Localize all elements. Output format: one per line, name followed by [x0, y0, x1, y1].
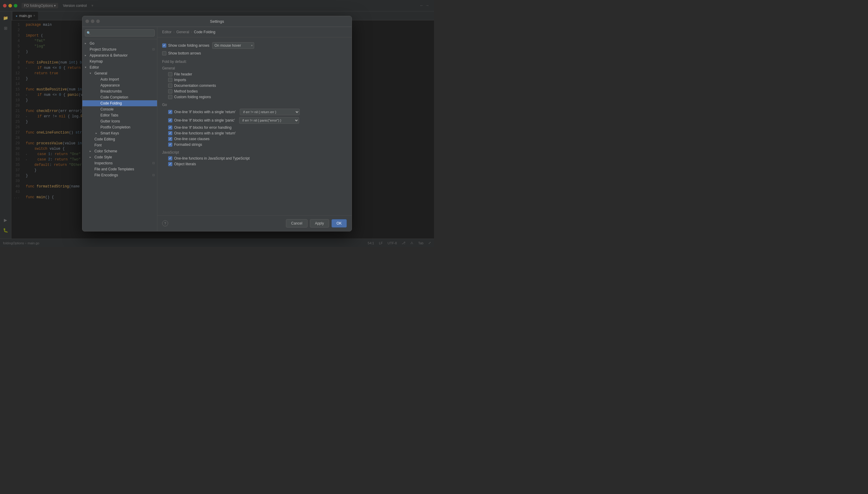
tree-label-font: Font	[94, 143, 102, 147]
mouse-hover-dropdown[interactable]: Always On mouse hover Never	[212, 42, 254, 49]
mouse-hover-dropdown-wrapper: Always On mouse hover Never ▾	[212, 42, 254, 49]
if-return-dropdown[interactable]: if err != nil { return err }	[240, 109, 300, 115]
tree-label-smart-keys: Smart Keys	[101, 131, 119, 135]
fold-item-if-return: One-line 'if' blocks with a single 'retu…	[168, 109, 347, 115]
tree-arrow-ab	[85, 54, 90, 57]
tree-item-inspections[interactable]: Inspections ⊡	[83, 160, 157, 166]
show-code-folding-checkbox[interactable]	[162, 43, 166, 48]
tree-label-general: General	[94, 71, 107, 75]
tree-item-code-style[interactable]: Code Style	[83, 154, 157, 160]
object-literals-checkbox[interactable]	[168, 162, 172, 166]
tree-item-general[interactable]: General	[83, 70, 157, 76]
footer-right: Cancel Apply OK	[286, 219, 347, 228]
if-panic-checkbox[interactable]	[168, 118, 172, 122]
tree-item-go[interactable]: Go	[83, 40, 157, 46]
tree-item-gutter-icons[interactable]: Gutter Icons	[83, 118, 157, 124]
formatted-strings-checkbox[interactable]	[168, 142, 172, 147]
general-fold-items: File header Imports Documentation commen…	[162, 72, 347, 99]
ok-button[interactable]: OK	[331, 219, 347, 228]
settings-breadcrumb: Editor › General › Code Folding ← →	[157, 27, 351, 37]
tree-label-console: Console	[101, 107, 114, 111]
tree-label-code-editing: Code Editing	[94, 137, 115, 141]
breadcrumb-part3: Code Folding	[194, 30, 215, 34]
tree-item-code-completion[interactable]: Code Completion	[83, 94, 157, 100]
tree-item-console[interactable]: Console	[83, 106, 157, 112]
tree-arrow-sk	[96, 131, 101, 135]
tree-item-smart-keys[interactable]: Smart Keys	[83, 130, 157, 136]
custom-folding-checkbox[interactable]	[168, 95, 172, 99]
search-input[interactable]	[85, 29, 155, 37]
tree-item-postfix-completion[interactable]: Postfix Completion	[83, 124, 157, 130]
tree-item-auto-import[interactable]: Auto Import	[83, 76, 157, 82]
file-header-label: File header	[174, 72, 192, 76]
tree-label-gutter-icons: Gutter Icons	[101, 119, 120, 124]
imports-checkbox[interactable]	[168, 78, 172, 82]
fold-item-formatted-strings: Formatted strings	[168, 142, 347, 147]
footer-left: ?	[162, 220, 168, 226]
dialog-traffic-lights	[86, 19, 100, 23]
one-line-return-checkbox[interactable]	[168, 131, 172, 135]
fold-item-file-header: File header	[168, 72, 347, 76]
file-header-checkbox[interactable]	[168, 72, 172, 76]
show-bottom-arrows-checkbox[interactable]	[162, 51, 166, 55]
tree-item-color-scheme[interactable]: Color Scheme	[83, 148, 157, 154]
javascript-fold-section: JavaScript One-line functions in JavaScr…	[162, 150, 347, 166]
tree-item-breadcrumbs[interactable]: Breadcrumbs	[83, 88, 157, 94]
if-panic-dropdown[interactable]: if err != nil { panic("error") }	[239, 117, 299, 124]
show-code-folding-row: Show code folding arrows Always On mouse…	[162, 42, 347, 49]
doc-comments-checkbox[interactable]	[168, 83, 172, 88]
inspections-external-icon: ⊡	[152, 162, 155, 165]
if-return-label: One-line 'if' blocks with a single 'retu…	[174, 110, 236, 114]
js-functions-label: One-line functions in JavaScript and Typ…	[174, 156, 250, 160]
custom-folding-label: Custom folding regions	[174, 95, 211, 99]
cancel-button[interactable]: Cancel	[286, 219, 307, 228]
fold-item-error-handling: One-line 'if' blocks for error handling	[168, 126, 347, 130]
tree-label-auto-import: Auto Import	[101, 77, 119, 81]
error-handling-checkbox[interactable]	[168, 126, 172, 130]
tree-item-project-structure[interactable]: Project Structure ⊡	[83, 46, 157, 52]
case-clauses-checkbox[interactable]	[168, 137, 172, 141]
dialog-footer: ? Cancel Apply OK	[157, 215, 351, 231]
method-bodies-checkbox[interactable]	[168, 89, 172, 93]
fold-item-one-line-return: One-line functions with a single 'return…	[168, 131, 347, 135]
dialog-maximize[interactable]	[96, 19, 100, 23]
tree-label-color-scheme: Color Scheme	[94, 149, 117, 153]
dialog-close[interactable]	[86, 19, 89, 23]
case-clauses-label: One-line case clauses	[174, 137, 210, 141]
formatted-strings-label: Formatted strings	[174, 142, 202, 147]
external-link-icon: ⊡	[152, 48, 155, 51]
js-functions-checkbox[interactable]	[168, 156, 172, 160]
breadcrumb-part2: General	[176, 30, 189, 34]
tree-label-inspections: Inspections	[94, 161, 113, 165]
tree-item-keymap[interactable]: Keymap	[83, 58, 157, 64]
if-return-checkbox[interactable]	[168, 110, 172, 114]
tree-arrow-cstyle	[90, 155, 94, 159]
tree-item-appearance-behavior[interactable]: Appearance & Behavior	[83, 52, 157, 58]
go-fold-items: One-line 'if' blocks with a single 'retu…	[162, 109, 347, 147]
tree-label-code-completion: Code Completion	[101, 95, 128, 99]
tree-item-editor-tabs[interactable]: Editor Tabs	[83, 112, 157, 118]
search-icon: 🔍	[87, 31, 91, 35]
tree-arrow-go	[85, 42, 90, 45]
tree-item-file-encodings[interactable]: File Encodings ⊡	[83, 172, 157, 178]
settings-content: Show code folding arrows Always On mouse…	[157, 37, 351, 215]
javascript-fold-items: One-line functions in JavaScript and Typ…	[162, 156, 347, 166]
tree-item-file-code-templates[interactable]: File and Code Templates	[83, 166, 157, 172]
tree-item-appearance[interactable]: Appearance	[83, 82, 157, 88]
help-icon[interactable]: ?	[162, 220, 168, 226]
tree-item-code-editing[interactable]: Code Editing	[83, 136, 157, 142]
one-line-return-label: One-line functions with a single 'return…	[174, 131, 236, 135]
tree-item-code-folding[interactable]: Code Folding	[83, 100, 157, 106]
settings-right-panel: Editor › General › Code Folding ← →	[157, 27, 351, 231]
fold-item-case-clauses: One-line case clauses	[168, 137, 347, 141]
tree-item-editor[interactable]: Editor	[83, 64, 157, 70]
tree-item-font[interactable]: Font	[83, 142, 157, 148]
show-code-folding-label: Show code folding arrows	[168, 43, 209, 48]
imports-label: Imports	[174, 78, 186, 82]
fold-item-if-panic: One-line 'if' blocks with a single 'pani…	[168, 117, 347, 124]
apply-button[interactable]: Apply	[310, 219, 329, 228]
settings-dialog: Settings 🔍 Go	[82, 16, 352, 231]
go-fold-section: Go One-line 'if' blocks with a single 'r…	[162, 103, 347, 147]
general-fold-title: General	[162, 66, 347, 70]
dialog-minimize[interactable]	[91, 19, 94, 23]
